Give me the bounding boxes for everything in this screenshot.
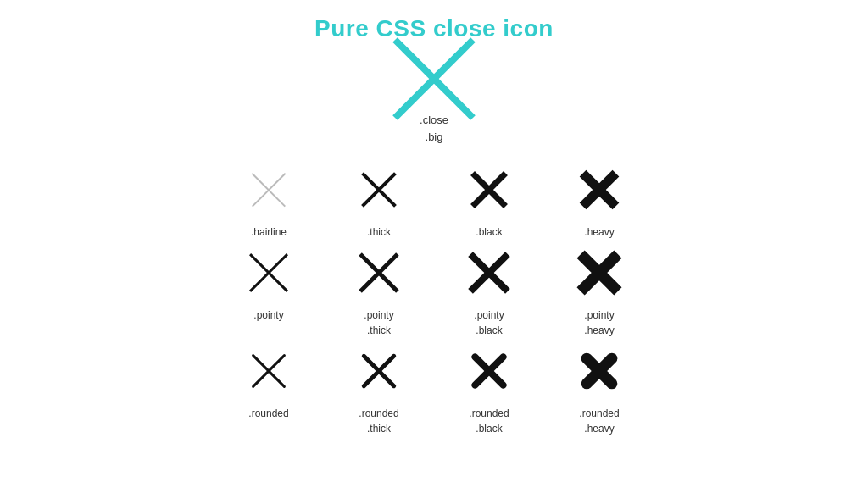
- close-icon-rounded-thick: [358, 350, 400, 392]
- label-rounded-black: .rounded.black: [469, 406, 509, 436]
- cell-pointy-black: .pointy.black: [438, 243, 540, 338]
- icon-grid: .hairline .thick .black .heavy .pointy .…: [218, 160, 650, 436]
- cell-rounded-black: .rounded.black: [438, 341, 540, 436]
- label-heavy: .heavy: [584, 224, 614, 240]
- icon-wrapper-pointy: [239, 243, 298, 302]
- close-icon-black: [468, 169, 510, 211]
- hero-icon-wrapper: [404, 49, 464, 108]
- close-icon-hairline: [248, 169, 290, 211]
- cell-black: .black: [438, 160, 540, 240]
- icon-wrapper-rounded-thick: [349, 341, 409, 401]
- cell-heavy: .heavy: [548, 160, 650, 240]
- icon-wrapper-rounded-black: [459, 341, 519, 401]
- icon-wrapper-hairline: [239, 160, 298, 219]
- label-rounded-heavy: .rounded.heavy: [579, 406, 619, 436]
- close-icon-rounded-black: [468, 350, 510, 392]
- icon-wrapper-pointy-thick: [349, 243, 409, 302]
- hero-section: .close .big: [404, 49, 464, 145]
- icon-wrapper-pointy-heavy: [570, 243, 629, 302]
- hero-close-icon: [404, 28, 464, 130]
- label-pointy-black: .pointy.black: [474, 307, 504, 338]
- label-thick: .thick: [367, 224, 391, 240]
- label-hairline: .hairline: [251, 224, 287, 240]
- icon-wrapper-rounded: [239, 341, 298, 401]
- close-icon-thick: [358, 169, 400, 211]
- label-pointy: .pointy: [253, 307, 283, 323]
- label-pointy-heavy: .pointy.heavy: [584, 307, 614, 338]
- cell-hairline: .hairline: [218, 160, 320, 240]
- close-icon-heavy: [578, 169, 620, 211]
- close-icon-pointy-heavy: [573, 246, 626, 299]
- icon-wrapper-heavy: [570, 160, 629, 219]
- cell-pointy: .pointy: [218, 243, 320, 338]
- icon-wrapper-rounded-heavy: [570, 341, 629, 401]
- cell-pointy-heavy: .pointy.heavy: [548, 243, 650, 338]
- cell-rounded-thick: .rounded.thick: [328, 341, 430, 436]
- label-rounded-thick: .rounded.thick: [359, 406, 398, 436]
- label-black: .black: [476, 224, 502, 240]
- icon-wrapper-pointy-black: [459, 243, 519, 302]
- cell-thick: .thick: [328, 160, 430, 240]
- cell-rounded: .rounded: [218, 341, 320, 436]
- cell-pointy-thick: .pointy.thick: [328, 243, 430, 338]
- close-icon-rounded: [248, 350, 290, 392]
- label-pointy-thick: .pointy.thick: [364, 307, 393, 338]
- icon-wrapper-black: [459, 160, 519, 219]
- close-icon-rounded-heavy: [578, 350, 620, 392]
- close-icon-pointy: [242, 246, 295, 299]
- close-icon-pointy-thick: [353, 246, 405, 299]
- label-rounded: .rounded: [248, 406, 288, 421]
- close-icon-pointy-black: [463, 246, 515, 299]
- icon-wrapper-thick: [349, 160, 409, 219]
- cell-rounded-heavy: .rounded.heavy: [548, 341, 650, 436]
